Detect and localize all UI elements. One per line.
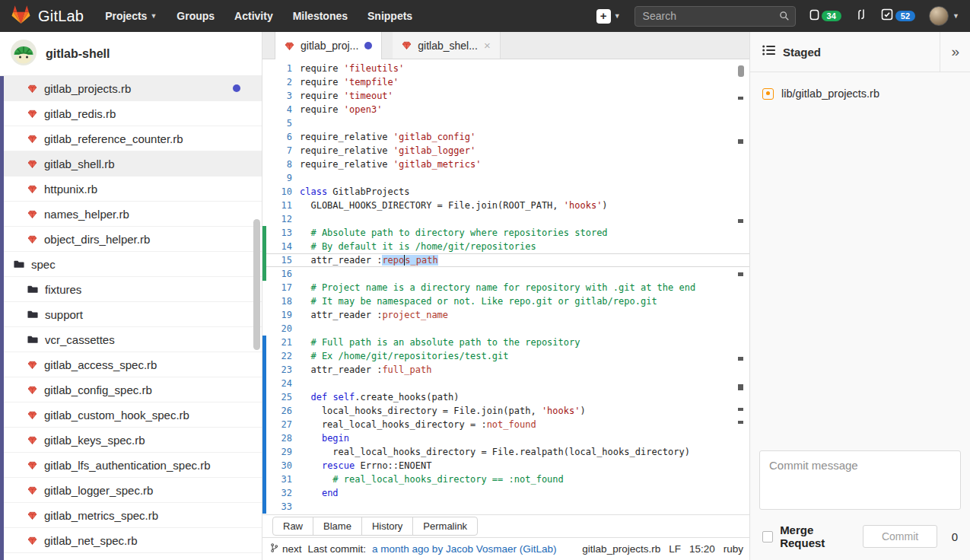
code-line-4[interactable]: 4require 'open3': [262, 103, 749, 116]
nav-item-groups[interactable]: Groups: [177, 10, 215, 22]
status-language[interactable]: ruby: [724, 543, 743, 555]
user-menu[interactable]: ▼: [929, 6, 959, 26]
file-tree-item-httpunix.rb[interactable]: httpunix.rb: [0, 177, 262, 202]
code-line-28[interactable]: 28 begin: [262, 431, 749, 445]
merge-request-checkbox[interactable]: [762, 531, 773, 542]
permalink-button[interactable]: Permalink: [412, 517, 478, 536]
overview-ruler-mark: [738, 408, 743, 411]
code-line-16[interactable]: 16: [262, 267, 749, 281]
file-tree-item-vcr_cassettes[interactable]: vcr_cassettes: [0, 327, 262, 352]
code-line-5[interactable]: 5: [262, 116, 749, 130]
issues-button[interactable]: 34: [809, 9, 841, 24]
file-tree-item-gitlab_keys_spec.rb[interactable]: gitlab_keys_spec.rb: [0, 428, 262, 453]
file-tree-item-gitlab_projects.rb[interactable]: gitlab_projects.rb: [0, 76, 262, 101]
code-line-32[interactable]: 32 end: [262, 486, 749, 500]
nav-item-projects[interactable]: Projects▼: [105, 10, 157, 22]
line-content: class GitlabProjects: [300, 186, 410, 197]
code-line-25[interactable]: 25 def self.create_hooks(path): [262, 390, 749, 404]
code-line-17[interactable]: 17 # Project name is a directory name fo…: [262, 281, 749, 294]
file-tree-item-fixtures[interactable]: fixtures: [0, 277, 262, 302]
code-line-13[interactable]: 13 # Absolute path to directory where re…: [262, 226, 749, 240]
code-line-27[interactable]: 27 real_local_hooks_directory = :not_fou…: [262, 418, 749, 431]
editor-tab-gitlab_proj[interactable]: gitlab_proj...: [275, 32, 382, 59]
code-line-3[interactable]: 3require 'timeout': [262, 89, 749, 103]
file-tree-item-gitlab_lfs_authentication_spec.rb[interactable]: gitlab_lfs_authentication_spec.rb: [0, 453, 262, 478]
nav-item-milestones[interactable]: Milestones: [293, 10, 348, 22]
nav-item-snippets[interactable]: Snippets: [367, 10, 412, 22]
code-line-12[interactable]: 12: [262, 212, 749, 226]
code-line-19[interactable]: 19 attr_reader :project_name: [262, 308, 749, 322]
file-tree-item-names_helper.rb[interactable]: names_helper.rb: [0, 202, 262, 227]
last-commit-link[interactable]: a month ago by Jacob Vosmaer (GitLab): [372, 543, 556, 555]
collapse-panel-button[interactable]: »: [940, 32, 970, 72]
line-number: 1: [262, 63, 292, 74]
file-tree-item-gitlab_config_spec.rb[interactable]: gitlab_config_spec.rb: [0, 377, 262, 402]
file-tree-item-object_dirs_helper.rb[interactable]: object_dirs_helper.rb: [0, 227, 262, 252]
merge-requests-button[interactable]: [855, 8, 867, 24]
code-line-33[interactable]: 33: [262, 500, 749, 514]
code-line-20[interactable]: 20: [262, 322, 749, 336]
editor-tab-gitlab_shel[interactable]: gitlab_shel...×: [393, 32, 500, 59]
code-line-31[interactable]: 31 # real_local_hooks_directory == :not_…: [262, 473, 749, 486]
file-name: gitlab_custom_hook_spec.rb: [44, 409, 189, 422]
code-line-1[interactable]: 1require 'fileutils': [262, 62, 749, 75]
code-line-29[interactable]: 29 real_local_hooks_directory = File.rea…: [262, 445, 749, 459]
code-line-15[interactable]: 15 attr_reader :repos_path: [262, 253, 749, 267]
search-input[interactable]: [634, 6, 796, 27]
line-number: 4: [262, 104, 292, 115]
file-tree-item-gitlab_metrics_spec.rb[interactable]: gitlab_metrics_spec.rb: [0, 503, 262, 528]
file-tree-item-spec[interactable]: spec: [0, 252, 262, 277]
file-tree-item-gitlab_custom_hook_spec.rb[interactable]: gitlab_custom_hook_spec.rb: [0, 402, 262, 428]
nav-item-label: Milestones: [293, 10, 348, 22]
todos-button[interactable]: 52: [881, 8, 915, 24]
code-line-2[interactable]: 2require 'tempfile': [262, 75, 749, 89]
tab-close-icon[interactable]: ×: [484, 40, 491, 51]
line-content: real_local_hooks_directory = File.realpa…: [300, 447, 690, 457]
code-line-22[interactable]: 22 # Ex /home/git/repositories/test.git: [262, 349, 749, 363]
file-tree-item-gitlab_net_spec.rb[interactable]: gitlab_net_spec.rb: [0, 528, 262, 553]
code-line-9[interactable]: 9: [262, 171, 749, 185]
file-tree: gitlab_projects.rbgitlab_redis.rbgitlab_…: [0, 76, 262, 553]
file-tree-item-gitlab_reference_counter.rb[interactable]: gitlab_reference_counter.rb: [0, 126, 262, 151]
branch-name[interactable]: next: [282, 543, 302, 555]
sidebar-left-scrollbar[interactable]: [0, 76, 4, 560]
status-cursor-position[interactable]: 15:20: [689, 543, 715, 555]
code-line-8[interactable]: 8require_relative 'gitlab_metrics': [262, 158, 749, 171]
overview-ruler-mark: [738, 384, 743, 390]
code-line-6[interactable]: 6require_relative 'gitlab_config': [262, 130, 749, 144]
nav-item-activity[interactable]: Activity: [234, 10, 273, 22]
history-button[interactable]: History: [361, 517, 413, 536]
sidebar-scrollbar-thumb[interactable]: [253, 219, 260, 350]
code-line-23[interactable]: 23 attr_reader :full_path: [262, 363, 749, 377]
code-line-11[interactable]: 11 GLOBAL_HOOKS_DIRECTORY = File.join(RO…: [262, 199, 749, 212]
file-tree-item-gitlab_redis.rb[interactable]: gitlab_redis.rb: [0, 101, 262, 126]
code-line-10[interactable]: 10class GitlabProjects: [262, 185, 749, 199]
new-item-button[interactable]: + ▼: [596, 9, 621, 24]
nav-item-label: Projects: [105, 10, 147, 22]
commit-message-input[interactable]: [759, 450, 961, 510]
raw-button[interactable]: Raw: [272, 517, 313, 536]
line-number: 27: [262, 419, 292, 430]
code-line-30[interactable]: 30 rescue Errno::ENOENT: [262, 459, 749, 473]
code-line-24[interactable]: 24: [262, 377, 749, 390]
staged-file-item[interactable]: lib/gitlab_projects.rb: [750, 83, 970, 104]
editor-column: gitlab_proj...gitlab_shel...× 1require '…: [262, 32, 749, 560]
status-eol[interactable]: LF: [669, 543, 681, 555]
code-line-26[interactable]: 26 local_hooks_directory = File.join(pat…: [262, 404, 749, 418]
code-editor[interactable]: 1require 'fileutils'2require 'tempfile'3…: [262, 59, 749, 514]
file-tree-item-support[interactable]: support: [0, 302, 262, 327]
file-tree-item-gitlab_access_spec.rb[interactable]: gitlab_access_spec.rb: [0, 352, 262, 377]
editor-scrollbar-thumb[interactable]: [738, 65, 744, 77]
blame-button[interactable]: Blame: [313, 517, 362, 536]
code-line-14[interactable]: 14 # By default it is /home/git/reposito…: [262, 240, 749, 253]
code-line-18[interactable]: 18 # It may be namespaced or not. Like r…: [262, 294, 749, 308]
line-content: require 'fileutils': [300, 63, 404, 74]
code-line-7[interactable]: 7require_relative 'gitlab_logger': [262, 144, 749, 158]
line-content: GLOBAL_HOOKS_DIRECTORY = File.join(ROOT_…: [300, 200, 608, 211]
file-tree-item-gitlab_shell.rb[interactable]: gitlab_shell.rb: [0, 151, 262, 177]
code-line-21[interactable]: 21 # Full path is an absolute path to th…: [262, 336, 749, 349]
commit-button[interactable]: Commit: [863, 525, 937, 548]
gitlab-logo[interactable]: GitLab: [11, 5, 84, 27]
line-content: def self.create_hooks(path): [300, 392, 460, 402]
file-tree-item-gitlab_logger_spec.rb[interactable]: gitlab_logger_spec.rb: [0, 478, 262, 503]
